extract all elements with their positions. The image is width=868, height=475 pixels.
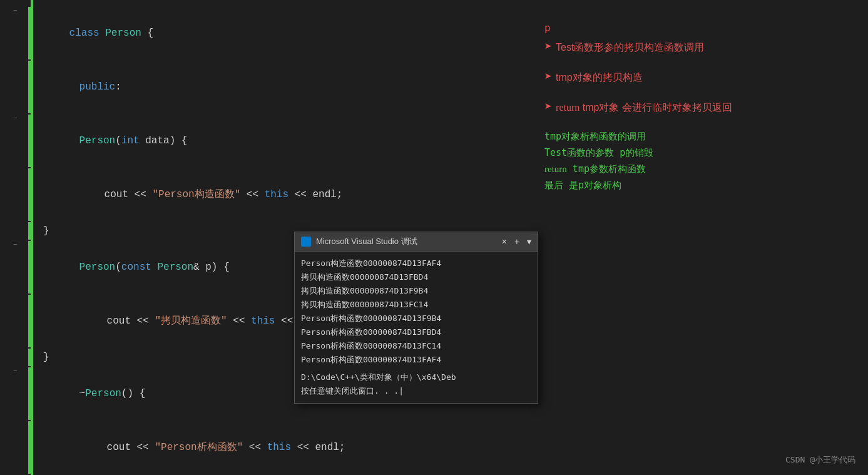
class-name: Person <box>105 28 141 39</box>
green-anno-3: return tmp参数析构函数 <box>544 161 855 177</box>
console-output-4: 拷贝构造函数000000874D13FC14 <box>301 298 531 312</box>
console-output-3: 拷贝构造函数000000874D13F9B4 <box>301 284 531 298</box>
annotation-p-label: p <box>544 22 855 34</box>
console-output-8: Person析构函数000000874D13FAF4 <box>301 353 531 367</box>
keyword-public: public <box>79 81 116 93</box>
code-line-1: − class Person { <box>0 6 538 60</box>
vs-icon <box>301 237 311 247</box>
annotation-item-3: ➤ return tmp对象 会进行临时对象拷贝返回 <box>544 100 855 116</box>
console-output-1: Person构造函数000000874D13FAF4 <box>301 257 531 270</box>
green-anno-2: Test函数的参数 p的销毁 <box>544 145 855 161</box>
arrow-icon-3: ➤ <box>544 100 552 116</box>
fn-person-ctor: Person <box>79 135 116 146</box>
console-title: Microsoft Visual Studio 调试 <box>316 236 417 247</box>
annotation-item-2: ➤ tmp对象的拷贝构造 <box>544 69 855 86</box>
green-bar <box>31 0 33 475</box>
console-plus-btn[interactable]: + <box>514 237 519 247</box>
fold-icon-6[interactable]: − <box>13 241 22 248</box>
console-body: Person构造函数000000874D13FAF4 拷贝构造函数0000008… <box>295 252 538 403</box>
green-anno-4: 最后 是p对象析构 <box>544 177 855 193</box>
green-anno-1: tmp对象析构函数的调用 <box>544 128 855 145</box>
code-line-2: public: <box>0 60 538 114</box>
keyword-class: class <box>69 28 100 39</box>
console-output-5: Person析构函数000000874D13F9B4 <box>301 312 531 325</box>
annotations-panel: p ➤ Test函数形参的拷贝构造函数调用 ➤ tmp对象的拷贝构造 ➤ ret… <box>538 0 868 475</box>
fold-icon-9[interactable]: − <box>13 367 22 375</box>
console-titlebar: Microsoft Visual Studio 调试 × + ▾ <box>295 232 538 252</box>
console-output-2: 拷贝构造函数000000874D13FBD4 <box>301 270 531 284</box>
console-dropdown-btn[interactable]: ▾ <box>527 237 531 247</box>
watermark: CSDN @小王学代码 <box>785 454 855 466</box>
console-close-btn[interactable]: × <box>502 237 507 247</box>
code-line-4: cout << "Person构造函数" << this << endl; <box>0 168 538 222</box>
console-output-7: Person析构函数000000874D13FC14 <box>301 339 531 353</box>
code-line-3: − Person(int data) { <box>0 114 538 168</box>
green-annotations: tmp对象析构函数的调用 Test函数的参数 p的销毁 return tmp参数… <box>544 128 855 193</box>
console-output-6: Person析构函数000000874D13FBD4 <box>301 325 531 339</box>
code-line-10: cout << "Person析构函数" << this << endl; <box>0 421 538 474</box>
console-popup: Microsoft Visual Studio 调试 × + ▾ Person构… <box>294 232 538 404</box>
arrow-icon-1: ➤ <box>544 39 552 56</box>
fold-icon-1[interactable]: − <box>13 7 22 14</box>
console-path: D:\Code\C++\类和对象（中）\x64\Deb <box>301 370 531 384</box>
annotation-item-1: ➤ Test函数形参的拷贝构造函数调用 <box>544 39 855 56</box>
arrow-icon-2: ➤ <box>544 69 552 86</box>
console-prompt: 按任意键关闭此窗口. . .| <box>301 384 531 398</box>
fold-icon-3[interactable]: − <box>13 115 22 122</box>
